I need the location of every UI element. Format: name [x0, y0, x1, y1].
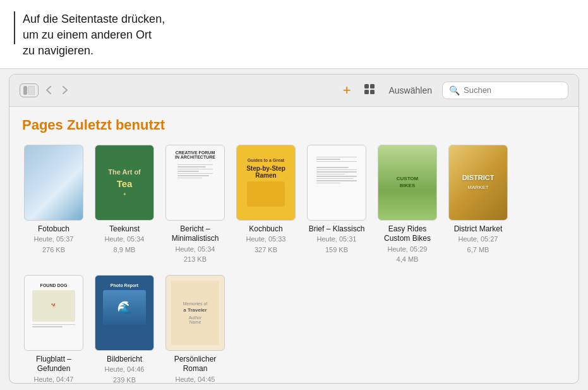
app-window: + Auswählen 🔍 Pages Zuletzt benutzt Foto…: [9, 74, 579, 384]
doc-item-fotobuch[interactable]: FotobuchHeute, 05:37276 KB: [22, 145, 85, 265]
toolbar: + Auswählen 🔍: [9, 75, 579, 107]
doc-meta-easyrides: Heute, 05:294,4 MB: [388, 244, 428, 265]
doc-name-roman: Persönlicher Roman: [164, 355, 227, 374]
select-button[interactable]: Auswählen: [385, 83, 436, 98]
doc-name-easyrides: Easy Rides Custom Bikes: [376, 224, 439, 244]
doc-item-bericht[interactable]: CREATIVE FORUMIN ARCHITECTURE Bericht – …: [164, 145, 227, 265]
doc-meta-district: Heute, 05:276,7 MB: [459, 234, 498, 255]
doc-name-bildbericht: Bildbericht: [107, 355, 142, 365]
tooltip-line-indicator: [14, 11, 15, 44]
doc-item-roman[interactable]: Memories of a Traveler AuthorName Persön…: [164, 275, 227, 383]
document-grid: FotobuchHeute, 05:37276 KB The Art of Te…: [22, 145, 566, 383]
svg-rect-3: [370, 84, 375, 88]
content-area: Pages Zuletzt benutzt FotobuchHeute, 05:…: [9, 107, 579, 383]
forward-button[interactable]: [59, 83, 71, 97]
sidebar-toggle-button[interactable]: [20, 83, 39, 97]
doc-name-flugblatt: Flugblatt – Gefunden: [22, 355, 85, 374]
section-title: Pages Zuletzt benutzt: [22, 117, 566, 133]
doc-item-district[interactable]: DISTRICTMARKET District MarketHeute, 05:…: [447, 145, 510, 265]
doc-item-bildbericht[interactable]: Photo Report 🌊 BildberichtHeute, 04:4623…: [93, 275, 156, 383]
doc-item-flugblatt[interactable]: FOUND DOG 🐕 Flugblatt – GefundenHeute, 0…: [22, 275, 85, 383]
search-input[interactable]: [464, 85, 558, 95]
svg-rect-5: [370, 90, 375, 94]
back-button[interactable]: [42, 83, 55, 97]
doc-item-kochbuch[interactable]: Guides to a Great Step-by-StepRamen Koch…: [234, 145, 297, 265]
doc-meta-brief: Heute, 05:31159 KB: [317, 234, 357, 255]
search-bar: 🔍: [442, 82, 568, 99]
doc-name-district: District Market: [454, 224, 503, 235]
doc-meta-roman: Heute, 04:45321 KB: [176, 374, 215, 383]
grid-view-button[interactable]: [360, 81, 379, 100]
doc-name-brief: Brief – Klassisch: [309, 224, 365, 235]
search-icon: 🔍: [449, 85, 460, 95]
doc-item-easyrides[interactable]: CUSTOMBIKES Easy Rides Custom BikesHeute…: [376, 145, 439, 265]
doc-meta-bericht: Heute, 05:34213 KB: [176, 244, 215, 265]
toolbar-right: + Auswählen 🔍: [340, 81, 568, 100]
doc-name-fotobuch: Fotobuch: [38, 224, 69, 235]
toolbar-left: [20, 83, 71, 97]
doc-meta-fotobuch: Heute, 05:37276 KB: [34, 234, 74, 255]
doc-name-bericht: Bericht – Minimalistisch: [164, 224, 227, 244]
doc-meta-bildbericht: Heute, 04:46239 KB: [105, 364, 145, 382]
svg-rect-0: [23, 86, 27, 95]
doc-name-kochbuch: Kochbuch: [249, 224, 282, 235]
add-document-button[interactable]: +: [340, 82, 354, 99]
tooltip-area: Auf die Seitentaste drücken, um zu einem…: [0, 0, 588, 69]
svg-rect-4: [364, 90, 369, 94]
tooltip-text: Auf die Seitentaste drücken, um zu einem…: [23, 11, 573, 59]
doc-item-brief[interactable]: Brief – KlassischHeute, 05:31159 KB: [305, 145, 368, 265]
doc-meta-flugblatt: Heute, 04:47243 KB: [34, 374, 74, 383]
svg-rect-2: [364, 84, 369, 88]
doc-item-teekunst[interactable]: The Art of Tea ✦ TeekunstHeute, 05:348,9…: [93, 145, 156, 265]
svg-rect-1: [28, 86, 35, 95]
doc-name-teekunst: Teekunst: [109, 224, 140, 235]
doc-meta-teekunst: Heute, 05:348,9 MB: [105, 234, 145, 255]
doc-meta-kochbuch: Heute, 05:33327 KB: [246, 234, 286, 255]
